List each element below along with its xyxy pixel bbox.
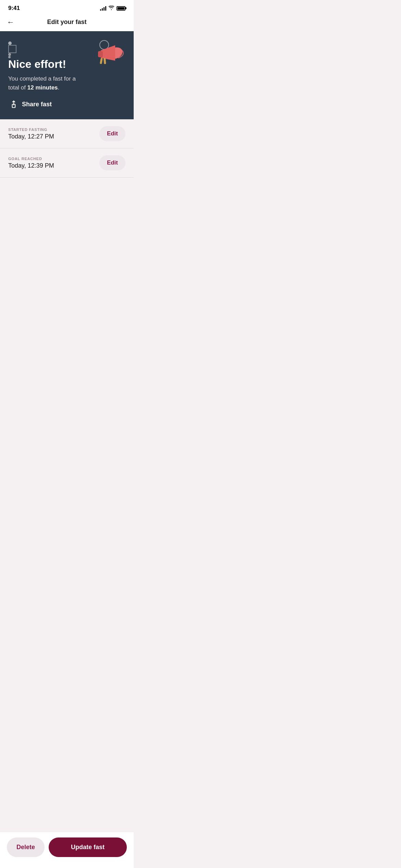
started-fasting-info: STARTED FASTING Today, 12:27 PM (8, 128, 54, 140)
started-fasting-row: STARTED FASTING Today, 12:27 PM Edit (0, 119, 134, 148)
page-title: Edit your fast (47, 19, 86, 26)
goal-reached-row: GOAL REACHED Today, 12:39 PM Edit (0, 148, 134, 178)
signal-icon (100, 6, 106, 11)
started-fasting-label: STARTED FASTING (8, 128, 54, 132)
hero-subtitle: You completed a fast for a total of 12 m… (8, 74, 84, 92)
battery-icon (117, 6, 125, 11)
svg-marker-1 (101, 45, 115, 61)
hero-banner: Nice effort! You completed a fast for a … (0, 31, 134, 119)
svg-rect-2 (98, 51, 103, 57)
goal-reached-edit-button[interactable]: Edit (99, 155, 125, 170)
goal-reached-info: GOAL REACHED Today, 12:39 PM (8, 157, 54, 169)
started-fasting-edit-button[interactable]: Edit (99, 126, 125, 141)
status-icons (100, 5, 125, 11)
share-icon (8, 99, 19, 110)
status-time: 9:41 (8, 5, 20, 12)
decorative-circle-3 (8, 45, 16, 53)
nav-bar: ← Edit your fast (0, 14, 134, 31)
wifi-icon (108, 5, 114, 11)
decorative-dot-4 (8, 53, 11, 56)
svg-rect-3 (100, 58, 103, 64)
content-area: STARTED FASTING Today, 12:27 PM Edit GOA… (0, 119, 134, 178)
decorative-dot-2 (8, 41, 12, 45)
goal-reached-label: GOAL REACHED (8, 157, 54, 161)
megaphone-illustration (90, 37, 128, 74)
goal-reached-value: Today, 12:39 PM (8, 162, 54, 169)
status-bar: 9:41 (0, 0, 134, 14)
share-fast-button[interactable]: Share fast (8, 99, 125, 110)
started-fasting-value: Today, 12:27 PM (8, 133, 54, 140)
hero-subtitle-end: . (58, 84, 60, 91)
hero-duration: 12 minutes (27, 84, 58, 91)
share-fast-label: Share fast (22, 101, 52, 108)
back-button[interactable]: ← (7, 18, 14, 27)
